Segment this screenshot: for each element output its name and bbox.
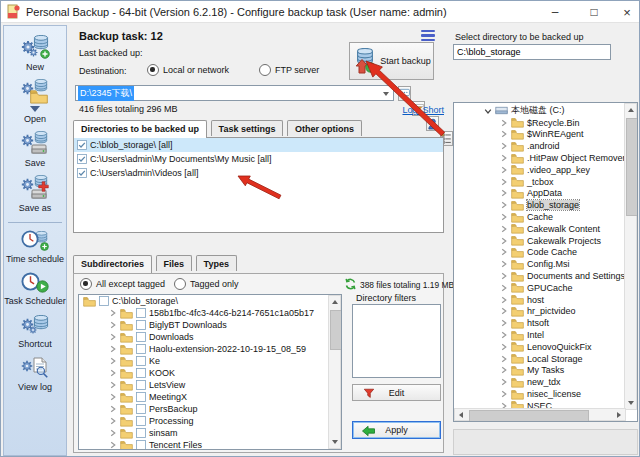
sidebar-item-new[interactable]: New [20,35,50,72]
tree-item[interactable]: Cakewalk Content [454,223,624,235]
close-button[interactable]: × [613,1,640,23]
tree-item[interactable]: Cakewalk Projects [454,235,624,247]
tree-item[interactable]: C:\blob_storage\ [79,295,341,307]
destination-combobox[interactable]: D:\2345下载\ [75,85,394,101]
chevron-right-icon[interactable] [500,130,508,138]
chevron-right-icon[interactable] [109,441,117,449]
chevron-right-icon[interactable] [109,345,117,353]
start-backup-button[interactable]: Start backup [349,42,434,80]
tab-subdirectories[interactable]: Subdirectories [73,255,152,273]
tree-item[interactable]: Haolu-extension-2022-10-19-15_08_59 [79,343,341,355]
comment-button[interactable] [398,86,411,101]
tree-item[interactable]: Ke [79,355,341,367]
scrollbar-thumb[interactable] [469,410,589,422]
chevron-right-icon[interactable] [500,378,508,386]
menu-icon[interactable] [421,30,435,41]
scroll-down-icon[interactable] [628,401,634,405]
tree-item[interactable]: KOOK [79,367,341,379]
tree-item[interactable]: Cache [454,211,624,223]
chevron-right-icon[interactable] [109,405,117,413]
tree-item[interactable]: nisec_license [454,388,624,400]
tree-item[interactable]: LenovoQuickFix [454,341,624,353]
chevron-right-icon[interactable] [500,260,508,268]
chevron-right-icon[interactable] [109,393,117,401]
tree-item[interactable]: PersBackup [79,403,341,415]
radio-all-except-tagged[interactable]: All except tagged [80,278,165,290]
chevron-right-icon[interactable] [500,213,508,221]
tab-files[interactable]: Files [156,255,193,271]
chevron-right-icon[interactable] [109,321,117,329]
tree-item[interactable]: BiglyBT Downloads [79,319,341,331]
maximize-button[interactable]: □ [577,1,611,23]
subdir-tree[interactable]: C:\blob_storage\ 158b1fbc-4fc3-44c6-b214… [78,294,342,450]
directory-path-input[interactable] [453,44,611,60]
unchecked-checkbox-icon[interactable] [136,344,146,354]
radio-all-icon[interactable] [80,278,92,290]
tree-item[interactable]: $WinREAgent [454,129,624,141]
refresh-icon[interactable] [344,278,357,290]
unchecked-checkbox-icon[interactable] [136,428,146,438]
chevron-right-icon[interactable] [500,201,508,209]
sidebar-item-view-log[interactable]: View log [18,356,52,392]
tree-item[interactable]: Code Cache [454,247,624,259]
radio-tagged-icon[interactable] [174,278,186,290]
tree-item[interactable]: sinsam [79,427,341,439]
unchecked-checkbox-icon[interactable] [136,368,146,378]
chevron-right-icon[interactable] [500,154,508,162]
tree-item[interactable]: Processing [79,415,341,427]
sidebar-item-save-as[interactable]: Save as [19,175,52,213]
minimize-button[interactable]: – [538,1,572,23]
tab-directories[interactable]: Directories to be backed up [73,120,207,138]
tree-item[interactable]: Downloads [79,331,341,343]
chevron-right-icon[interactable] [500,307,508,315]
chevron-right-icon[interactable] [500,166,508,174]
sidebar-item-time-schedule[interactable]: Time schedule [6,229,64,264]
backup-list-item[interactable]: C:\blob_storage\ [all] [74,138,443,152]
tree-item[interactable]: Intel [454,329,624,341]
unchecked-checkbox-icon[interactable] [136,440,146,450]
tree-item[interactable]: $Recycle.Bin [454,117,624,129]
tree-item[interactable]: host [454,294,624,306]
chevron-right-icon[interactable] [500,119,508,127]
tab-other-options[interactable]: Other options [287,120,362,136]
unchecked-checkbox-icon[interactable] [136,392,146,402]
unchecked-checkbox-icon[interactable] [136,308,146,318]
chevron-right-icon[interactable] [500,225,508,233]
chevron-right-icon[interactable] [500,319,508,327]
scroll-down-icon[interactable] [332,440,338,444]
tab-task-settings[interactable]: Task settings [211,120,284,136]
chevron-right-icon[interactable] [500,284,508,292]
chevron-right-icon[interactable] [500,355,508,363]
sidebar-item-open[interactable]: Open [20,79,50,124]
tree-item[interactable]: Tencent Files [79,439,341,450]
checked-checkbox-icon[interactable] [77,154,87,164]
sidebar-item-shortcut[interactable]: Shortcut [18,313,52,349]
unchecked-checkbox-icon[interactable] [99,296,109,306]
tree-item[interactable]: blob_storage [454,199,624,211]
unchecked-checkbox-icon[interactable] [136,380,146,390]
tree-item[interactable]: MeetingX [79,391,341,403]
radio-local-icon[interactable] [147,64,159,76]
chevron-right-icon[interactable] [500,272,508,280]
chevron-right-icon[interactable] [109,417,117,425]
tree-item[interactable]: .video_app_key [454,164,624,176]
tree-item[interactable]: _tcbox [454,176,624,188]
radio-tagged-only[interactable]: Tagged only [174,278,239,290]
tree-item[interactable]: NSEC [454,400,624,408]
backup-list[interactable]: C:\blob_storage\ [all]C:\Users\admin\My … [73,137,444,233]
sidebar-item-save[interactable]: Save [20,131,50,168]
chevron-right-icon[interactable] [109,333,117,341]
drive-tree-hscrollbar[interactable] [454,408,626,421]
tree-item[interactable]: 158b1fbc-4fc3-44c6-b214-7651c1a05b17 [79,307,341,319]
chevron-right-icon[interactable] [109,429,117,437]
chevron-right-icon[interactable] [500,331,508,339]
tab-types[interactable]: Types [196,255,237,271]
chevron-right-icon[interactable] [500,248,508,256]
tree-item[interactable]: hr_pictvideo [454,306,624,318]
backup-list-item[interactable]: C:\Users\admin\My Documents\My Music [al… [74,152,443,166]
sidebar-item-task-scheduler[interactable]: Task Scheduler [4,271,66,306]
backup-list-item[interactable]: C:\Users\admin\Videos [all] [74,166,443,180]
directory-filters-list[interactable] [352,304,441,378]
tree-item[interactable]: Documents and Settings [454,270,624,282]
chevron-right-icon[interactable] [109,309,117,317]
